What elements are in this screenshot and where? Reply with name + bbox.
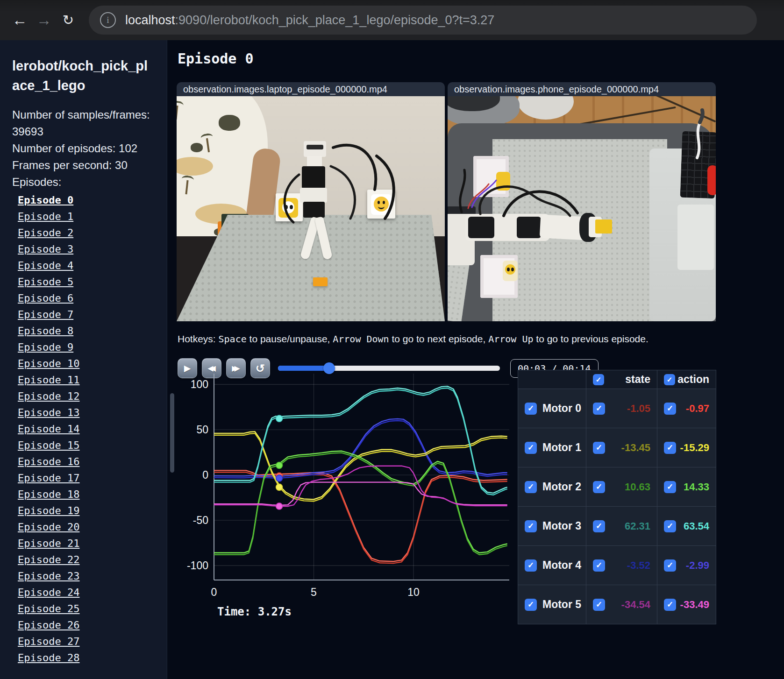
action-all-checkbox[interactable] xyxy=(664,374,675,385)
motor-checkbox[interactable] xyxy=(525,442,537,454)
episode-link[interactable]: Episode 9 xyxy=(18,341,73,353)
action-checkbox[interactable] xyxy=(664,559,676,572)
episode-link[interactable]: Episode 2 xyxy=(18,227,73,239)
video-frame-laptop[interactable] xyxy=(177,96,445,321)
episode-link[interactable]: Episode 0 xyxy=(18,194,73,206)
motor-checkbox[interactable] xyxy=(525,559,537,572)
action-checkbox[interactable] xyxy=(664,599,676,611)
current-time-marker xyxy=(276,484,283,490)
forward-icon[interactable]: → xyxy=(34,10,54,30)
episode-link[interactable]: Episode 25 xyxy=(18,603,79,615)
state-checkbox[interactable] xyxy=(593,442,605,454)
episode-link[interactable]: Episode 5 xyxy=(18,276,73,288)
chart-line-state xyxy=(214,472,507,563)
table-row: Motor 362.3163.54 xyxy=(518,507,716,546)
state-checkbox[interactable] xyxy=(593,481,605,493)
state-checkbox[interactable] xyxy=(593,520,605,532)
episode-list-item: Episode 18 xyxy=(18,487,158,503)
motor-checkbox[interactable] xyxy=(525,403,537,415)
site-info-icon[interactable]: i xyxy=(100,12,116,28)
motor-label: Motor 4 xyxy=(542,559,581,572)
orange-lego-brick xyxy=(313,277,328,286)
episode-link[interactable]: Episode 14 xyxy=(18,423,79,435)
state-checkbox[interactable] xyxy=(593,599,605,611)
episode-list-item: Episode 23 xyxy=(18,568,158,585)
episode-list-item: Episode 7 xyxy=(18,307,158,323)
episode-list-item: Episode 20 xyxy=(18,519,158,536)
episode-link[interactable]: Episode 19 xyxy=(18,505,79,516)
episode-list-item: Episode 1 xyxy=(18,209,158,225)
state-column-header: state xyxy=(604,373,657,386)
url-path: :9090/lerobot/koch_pick_place_1_lego/epi… xyxy=(175,13,495,27)
table-row: Motor 1-13.45-15.29 xyxy=(518,428,716,467)
episode-link[interactable]: Episode 6 xyxy=(18,292,73,304)
arm-cables xyxy=(448,96,716,321)
y-tick-label: 0 xyxy=(202,469,208,481)
episode-link[interactable]: Episode 15 xyxy=(18,439,79,451)
state-checkbox[interactable] xyxy=(593,403,605,415)
scrollbar-thumb[interactable] xyxy=(170,393,174,473)
hotkey-text: Hotkeys: xyxy=(178,333,219,344)
action-checkbox[interactable] xyxy=(664,403,676,415)
episode-link[interactable]: Episode 28 xyxy=(18,652,79,664)
url-bar[interactable]: i localhost:9090/lerobot/koch_pick_place… xyxy=(89,6,757,35)
state-checkbox[interactable] xyxy=(593,559,605,572)
episode-list-item: Episode 21 xyxy=(18,536,158,552)
episode-link[interactable]: Episode 17 xyxy=(18,472,79,484)
episode-link[interactable]: Episode 21 xyxy=(18,538,79,549)
state-all-checkbox[interactable] xyxy=(593,374,604,385)
episode-link[interactable]: Episode 24 xyxy=(18,587,79,598)
motor-checkbox[interactable] xyxy=(525,481,537,493)
reload-icon[interactable]: ↻ xyxy=(58,10,78,30)
video-title-phone: observation.images.phone_episode_000000.… xyxy=(448,82,716,96)
episode-link[interactable]: Episode 11 xyxy=(18,374,79,386)
action-checkbox[interactable] xyxy=(664,520,676,532)
robot-camera-lens xyxy=(306,145,323,149)
episode-link[interactable]: Episode 4 xyxy=(18,260,73,271)
video-frame-phone[interactable] xyxy=(448,96,716,321)
motor-checkbox[interactable] xyxy=(525,599,537,611)
url-text[interactable]: localhost:9090/lerobot/koch_pick_place_1… xyxy=(125,13,494,28)
hotkey-key: Arrow Up xyxy=(488,333,533,345)
robot-motor-lower xyxy=(303,202,325,218)
episode-link[interactable]: Episode 12 xyxy=(18,390,79,402)
episode-list-item: Episode 19 xyxy=(18,503,158,519)
episode-link[interactable]: Episode 10 xyxy=(18,358,79,369)
chart-line-state xyxy=(214,466,507,506)
state-value: -13.45 xyxy=(605,442,657,454)
hotkey-text: to go to next episode, xyxy=(389,333,488,344)
video-title-laptop: observation.images.laptop_episode_000000… xyxy=(177,82,445,96)
motor-checkbox[interactable] xyxy=(525,520,537,532)
episode-link[interactable]: Episode 1 xyxy=(18,211,73,222)
episode-link[interactable]: Episode 13 xyxy=(18,407,79,418)
episode-list-item: Episode 0 xyxy=(18,192,158,209)
episode-link[interactable]: Episode 27 xyxy=(18,636,79,647)
episode-link[interactable]: Episode 20 xyxy=(18,521,79,533)
episode-link[interactable]: Episode 22 xyxy=(18,554,79,566)
episode-link[interactable]: Episode 16 xyxy=(18,456,79,467)
hotkey-text: to go to previous episode. xyxy=(533,333,648,344)
action-checkbox[interactable] xyxy=(664,481,676,493)
browser-chrome: ← → ↻ i localhost:9090/lerobot/koch_pick… xyxy=(0,0,784,40)
state-value: -3.52 xyxy=(605,559,657,572)
current-time-marker xyxy=(276,503,283,509)
episode-link[interactable]: Episode 7 xyxy=(18,309,73,320)
motor-label: Motor 5 xyxy=(542,598,581,611)
episode-list-item: Episode 16 xyxy=(18,454,158,470)
episode-list-item: Episode 22 xyxy=(18,552,158,568)
episode-list-item: Episode 3 xyxy=(18,241,158,258)
action-checkbox[interactable] xyxy=(664,442,676,454)
back-icon[interactable]: ← xyxy=(9,10,30,30)
page-title: Episode 0 xyxy=(178,50,254,67)
hotkey-text: to pause/unpause, xyxy=(247,333,333,344)
episode-link[interactable]: Episode 26 xyxy=(18,619,79,631)
episode-link[interactable]: Episode 23 xyxy=(18,570,79,582)
state-value: -1.05 xyxy=(605,403,657,415)
hotkeys-help: Hotkeys: Space to pause/unpause, Arrow D… xyxy=(178,333,649,345)
episode-link[interactable]: Episode 3 xyxy=(18,243,73,255)
motor-chart[interactable]: 100500-50-1000510 xyxy=(180,367,509,606)
episode-link[interactable]: Episode 8 xyxy=(18,325,73,337)
chart-line-state xyxy=(214,421,507,478)
robot-motor-upper xyxy=(302,166,325,189)
episode-link[interactable]: Episode 18 xyxy=(18,488,79,500)
